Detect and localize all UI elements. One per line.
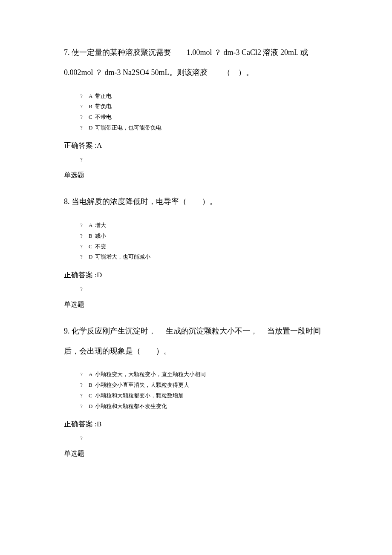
option-7-a: ?A带正电 — [80, 91, 328, 102]
question-9-stem: 9. 化学反应刚产生沉淀时， 生成的沉淀颗粒大小不一， 当放置一段时间后，会出现… — [64, 321, 328, 361]
question-9-options: ?A小颗粒变大，大颗粒变小，直至颗粒大小相同 ?B小颗粒变小直至消失，大颗粒变得… — [64, 369, 328, 411]
option-9-d: ?D小颗粒和大颗粒都不发生变化 — [80, 401, 328, 412]
question-8-type: 单选题 — [64, 300, 328, 309]
option-text: 不变 — [95, 243, 106, 250]
option-9-a: ?A小颗粒变大，大颗粒变小，直至颗粒大小相同 — [80, 369, 328, 380]
option-letter: C — [89, 112, 92, 123]
question-9-type: 单选题 — [64, 449, 328, 458]
lone-mark: ? — [64, 435, 328, 442]
bullet-mark: ? — [80, 391, 89, 401]
option-letter: A — [89, 91, 92, 102]
option-8-b: ?B减小 — [80, 231, 328, 242]
lone-mark: ? — [64, 156, 328, 163]
option-letter: B — [89, 380, 92, 391]
bullet-mark: ? — [80, 220, 89, 231]
option-text: 可能增大，也可能减小 — [95, 253, 150, 260]
question-7-options: ?A带正电 ?B带负电 ?C不带电 ?D可能带正电，也可能带负电 — [64, 91, 328, 133]
question-8-answer: 正确答案 :D — [64, 270, 328, 280]
option-9-b: ?B小颗粒变小直至消失，大颗粒变得更大 — [80, 380, 328, 391]
lone-mark: ? — [64, 286, 328, 293]
question-7-stem: 7. 使一定量的某种溶胶聚沉需要 1.00mol ？ dm-3 CaCl2 溶液… — [64, 43, 328, 83]
option-text: 小颗粒和大颗粒都变小，颗粒数增加 — [95, 392, 184, 399]
option-7-d: ?D可能带正电，也可能带负电 — [80, 123, 328, 133]
option-letter: D — [89, 123, 92, 133]
option-text: 减小 — [95, 233, 106, 239]
option-text: 增大 — [95, 222, 106, 228]
question-7-type: 单选题 — [64, 171, 328, 180]
bullet-mark: ? — [80, 401, 89, 412]
option-text: 小颗粒变大，大颗粒变小，直至颗粒大小相同 — [95, 371, 206, 377]
option-text: 可能带正电，也可能带负电 — [95, 124, 161, 131]
question-9-answer: 正确答案 :B — [64, 419, 328, 429]
option-7-b: ?B带负电 — [80, 101, 328, 112]
bullet-mark: ? — [80, 112, 89, 123]
option-text: 带正电 — [95, 93, 112, 99]
bullet-mark: ? — [80, 91, 89, 102]
bullet-mark: ? — [80, 369, 89, 380]
bullet-mark: ? — [80, 252, 89, 262]
option-8-a: ?A增大 — [80, 220, 328, 231]
option-text: 小颗粒变小直至消失，大颗粒变得更大 — [95, 382, 189, 388]
question-8-options: ?A增大 ?B减小 ?C不变 ?D可能增大，也可能减小 — [64, 220, 328, 262]
option-8-c: ?C不变 — [80, 242, 328, 252]
question-8-stem: 8. 当电解质的浓度降低时，电导率（ ）。 — [64, 192, 328, 212]
option-letter: A — [89, 220, 92, 231]
option-letter: D — [89, 401, 92, 412]
option-letter: C — [89, 242, 92, 252]
option-letter: A — [89, 369, 92, 380]
option-letter: D — [89, 252, 92, 262]
option-letter: C — [89, 391, 92, 401]
bullet-mark: ? — [80, 231, 89, 242]
option-text: 带负电 — [95, 103, 112, 109]
bullet-mark: ? — [80, 380, 89, 391]
option-letter: B — [89, 101, 92, 112]
option-7-c: ?C不带电 — [80, 112, 328, 123]
option-8-d: ?D可能增大，也可能减小 — [80, 252, 328, 262]
bullet-mark: ? — [80, 242, 89, 252]
option-letter: B — [89, 231, 92, 242]
question-7-answer: 正确答案 :A — [64, 141, 328, 150]
bullet-mark: ? — [80, 101, 89, 112]
option-9-c: ?C小颗粒和大颗粒都变小，颗粒数增加 — [80, 391, 328, 401]
bullet-mark: ? — [80, 123, 89, 133]
option-text: 小颗粒和大颗粒都不发生变化 — [95, 403, 167, 409]
option-text: 不带电 — [95, 114, 112, 120]
